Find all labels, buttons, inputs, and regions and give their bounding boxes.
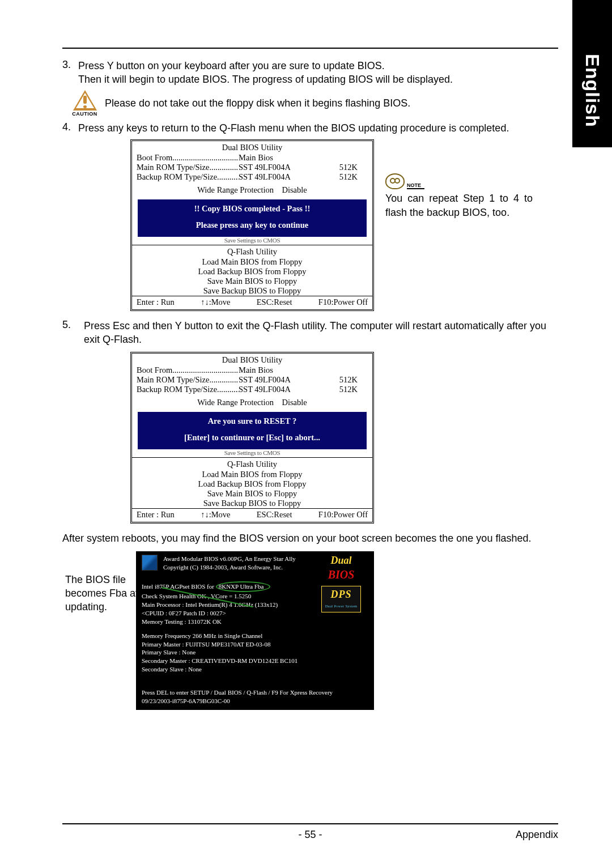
caution-block: CAUTION Please do not take out the flopp… <box>69 90 558 117</box>
section-name: Appendix <box>516 829 558 841</box>
step-3: 3. Press Y button on your keyboard after… <box>62 59 558 87</box>
step-text: Press any keys to return to the Q-Flash … <box>78 121 558 135</box>
dps-badge: DPSDual Power System <box>321 586 362 612</box>
note-label: NOTE <box>407 182 424 189</box>
step-4: 4. Press any keys to return to the Q-Fla… <box>62 121 558 135</box>
step-number: 5. <box>62 319 84 331</box>
dual-bios-badge: DualBIOS DPSDual Power System <box>313 554 369 612</box>
wide-range: Wide Range Protection Disable <box>132 182 372 197</box>
top-rule <box>62 48 558 49</box>
step-number: 4. <box>62 121 78 133</box>
language-label: English <box>581 54 604 127</box>
step-text: Press Esc and then Y button to exit the … <box>84 319 558 347</box>
language-side-tab: English <box>572 0 612 147</box>
award-logo-icon <box>142 555 158 571</box>
note-column: NOTE You can repeat Step 1 to 4 to flash… <box>385 139 533 220</box>
bios-highlight: !! Copy BIOS completed - Pass !! Please … <box>138 199 367 237</box>
boot-screen-wrap: The BIOS file becomes Fba after updating… <box>136 551 374 710</box>
bios-footer: Enter : Run ↑↓:Move ESC:Reset F10:Power … <box>132 296 372 309</box>
step-text: Press Y button on your keyboard after yo… <box>78 59 558 87</box>
step-number: 3. <box>62 59 78 71</box>
bios-panel-2: Dual BIOS Utility Boot From.............… <box>130 352 374 524</box>
qflash-list: Load Main BIOS from Floppy Load Backup B… <box>132 257 372 296</box>
bios-highlight-2: Are you sure to RESET ? [Enter] to conti… <box>138 412 367 449</box>
circled-version: 8KNXP Ultra Fba <box>216 581 271 592</box>
boot-screen: Award Modular BIOS v6.00PG, An Energy St… <box>136 551 374 710</box>
after-reboot-text: After system reboots, you may find the B… <box>62 531 558 545</box>
step-5: 5. Press Esc and then Y button to exit t… <box>62 319 558 347</box>
caution-icon: CAUTION <box>69 90 100 117</box>
note-text: You can repeat Step 1 to 4 to flash the … <box>385 192 533 220</box>
page-number: - 55 - <box>298 829 322 841</box>
qflash-title: Q-Flash Utility <box>132 245 372 257</box>
caution-text: Please do not take out the floppy disk w… <box>105 97 410 109</box>
bios-title: Dual BIOS Utility <box>132 141 372 153</box>
page-footer: - 55 - Appendix <box>62 823 558 841</box>
page-content: 3. Press Y button on your keyboard after… <box>62 40 558 834</box>
note-face-icon <box>385 173 405 189</box>
bios-panel-1: Dual BIOS Utility Boot From.............… <box>130 139 374 311</box>
bios-panel-1-wrap: Dual BIOS Utility Boot From.............… <box>62 139 558 311</box>
